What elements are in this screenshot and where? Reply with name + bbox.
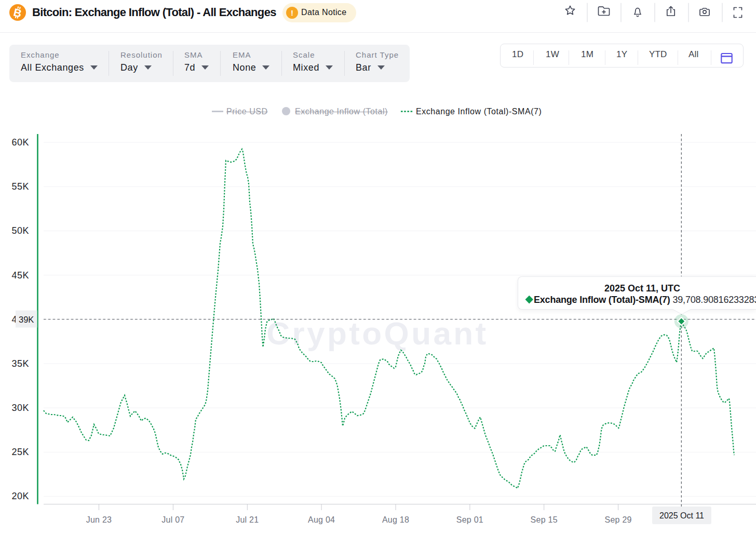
- svg-text:60K: 60K: [11, 137, 29, 148]
- svg-text:55K: 55K: [11, 181, 29, 192]
- svg-text:Sep 29: Sep 29: [604, 515, 631, 524]
- svg-text:Jul 07: Jul 07: [161, 515, 184, 524]
- svg-text:CryptoQuant: CryptoQuant: [266, 315, 488, 351]
- svg-text:Aug 18: Aug 18: [382, 515, 409, 524]
- svg-text:Aug 04: Aug 04: [308, 515, 335, 524]
- svg-text:50K: 50K: [11, 225, 29, 236]
- svg-text:Sep 15: Sep 15: [531, 515, 558, 524]
- svg-text:20K: 20K: [11, 491, 29, 501]
- svg-text:25K: 25K: [11, 447, 29, 457]
- svg-text:Sep 01: Sep 01: [456, 515, 483, 524]
- svg-text:45K: 45K: [11, 270, 29, 281]
- svg-text:Jun 23: Jun 23: [86, 515, 112, 524]
- svg-text:Jul 21: Jul 21: [236, 515, 259, 524]
- svg-text:39K: 39K: [19, 315, 34, 324]
- svg-text:35K: 35K: [11, 358, 29, 369]
- svg-text:30K: 30K: [11, 403, 29, 413]
- svg-text:2025 Oct 11: 2025 Oct 11: [659, 511, 704, 520]
